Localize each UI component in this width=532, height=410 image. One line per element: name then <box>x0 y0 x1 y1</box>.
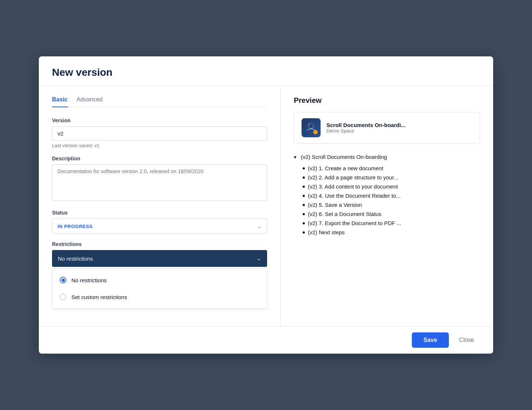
chevron-down-icon: ⌄ <box>257 223 262 229</box>
tree-item-label: (v2) 1. Create a new document <box>308 165 383 171</box>
save-button[interactable]: Save <box>412 332 449 348</box>
tree-children: (v2) 1. Create a new document(v2) 2. Add… <box>303 164 480 237</box>
tab-basic[interactable]: Basic <box>52 96 68 107</box>
tree-bullet-icon <box>303 231 305 234</box>
restrictions-value: No restrictions <box>58 256 93 262</box>
tree-child-item: (v2) 4. Use the Document Reader to... <box>303 191 480 200</box>
tree-child-item: (v2) 2. Add a page structure to your... <box>303 173 480 182</box>
modal-header: New version <box>39 56 493 86</box>
description-textarea[interactable] <box>52 164 267 201</box>
restrictions-select[interactable]: No restrictions ⌄ <box>52 250 267 267</box>
restrictions-group: Restrictions No restrictions ⌄ No restri… <box>52 241 267 309</box>
version-group: Version Last version saved: v1 <box>52 118 267 148</box>
tree-child-item: (v2) 1. Create a new document <box>303 164 480 173</box>
status-badge: IN PROGRESS <box>58 224 93 229</box>
tree-item-label: (v2) 5. Save a Version <box>308 202 362 208</box>
tree-child-item: (v2) 7. Export the Document to PDF ... <box>303 219 480 228</box>
tree-bullet-icon <box>303 195 305 197</box>
tree-item-label: (v2) 4. Use the Document Reader to... <box>308 193 400 199</box>
option-no-restrictions[interactable]: No restrictions <box>52 272 267 288</box>
radio-no-restrictions <box>60 277 66 283</box>
tree-child-item: (v2) 5. Save a Version <box>303 200 480 209</box>
tree-item-label: (v2) 2. Add a page structure to your... <box>308 174 398 180</box>
preview-card: Scroll Documents On-boardi... Demo Space <box>294 112 480 144</box>
option-custom-restrictions-label: Set custom restrictions <box>71 294 127 300</box>
modal-title: New version <box>52 67 480 78</box>
tree-bullet-icon <box>303 213 305 215</box>
radio-custom-restrictions <box>60 294 66 300</box>
version-input[interactable] <box>52 126 267 141</box>
status-select[interactable]: IN PROGRESS ⌄ <box>52 219 267 234</box>
tabs: Basic Advanced <box>52 96 267 107</box>
preview-app-icon <box>302 118 321 137</box>
tree-child-item: (v2) 6. Set a Document Status <box>303 209 480 219</box>
left-panel: Basic Advanced Version Last version save… <box>39 86 281 326</box>
preview-card-text: Scroll Documents On-boardi... Demo Space <box>326 122 406 134</box>
tree-root-item: ▾ (v2) Scroll Documents On-boarding <box>294 152 480 161</box>
close-button[interactable]: Close <box>453 332 480 348</box>
tree-child-item: (v2) Next steps <box>303 228 480 237</box>
tree-item-label: (v2) 7. Export the Document to PDF ... <box>308 220 401 226</box>
tree-bullet-icon <box>303 204 305 206</box>
preview-title: Preview <box>294 96 480 105</box>
svg-point-1 <box>309 124 310 125</box>
tree-bullet-icon <box>303 186 305 188</box>
tree-bullet-icon <box>303 222 305 224</box>
version-hint: Last version saved: v1 <box>52 143 267 148</box>
description-group: Description <box>52 156 267 202</box>
preview-card-name: Scroll Documents On-boardi... <box>326 122 406 128</box>
tree-item-label: (v2) Next steps <box>308 229 345 235</box>
version-label: Version <box>52 118 267 123</box>
tab-advanced[interactable]: Advanced <box>77 96 103 107</box>
tree-bullet-icon <box>303 176 305 179</box>
tree-bullet-icon <box>303 167 305 169</box>
option-no-restrictions-label: No restrictions <box>71 277 107 283</box>
tree-item-label: (v2) 3. Add content to your document <box>308 183 398 190</box>
description-label: Description <box>52 156 267 161</box>
chevron-down-white-icon: ⌄ <box>256 255 261 262</box>
modal-body: Basic Advanced Version Last version save… <box>39 86 493 326</box>
tree-item-label: (v2) 6. Set a Document Status <box>308 211 381 217</box>
preview-card-space: Demo Space <box>326 128 406 134</box>
modal-footer: Save Close <box>39 326 493 354</box>
tree-root-label: (v2) Scroll Documents On-boarding <box>301 154 387 160</box>
new-version-modal: New version Basic Advanced Version Last … <box>39 56 493 354</box>
tree-child-item: (v2) 3. Add content to your document <box>303 182 480 191</box>
right-panel: Preview Scroll Documents On-boardi... De… <box>281 86 493 326</box>
preview-tree: ▾ (v2) Scroll Documents On-boarding (v2)… <box>294 152 480 237</box>
restrictions-dropdown: No restrictions Set custom restrictions <box>52 268 267 309</box>
status-group: Status IN PROGRESS ⌄ <box>52 210 267 234</box>
option-custom-restrictions[interactable]: Set custom restrictions <box>52 288 267 305</box>
preview-dot <box>313 130 318 134</box>
restrictions-label: Restrictions <box>52 241 267 247</box>
svg-point-2 <box>313 126 314 127</box>
status-label: Status <box>52 210 267 216</box>
tree-expand-icon: ▾ <box>294 154 296 160</box>
